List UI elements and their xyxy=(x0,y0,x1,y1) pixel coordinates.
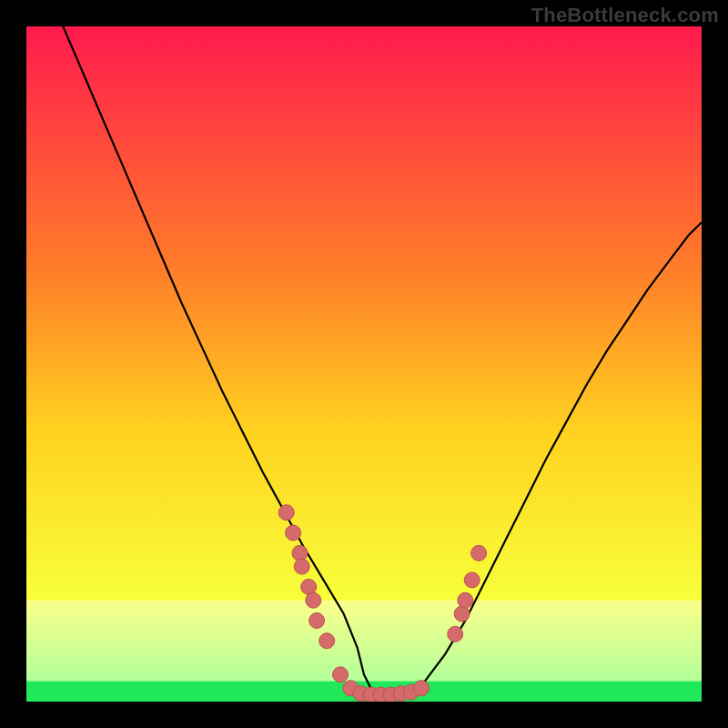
data-marker xyxy=(319,633,335,649)
watermark-text: TheBottleneck.com xyxy=(531,4,719,27)
data-marker xyxy=(414,681,430,696)
data-marker xyxy=(448,626,463,642)
data-marker xyxy=(454,606,470,622)
data-marker xyxy=(294,559,309,574)
bottleneck-chart xyxy=(26,26,702,702)
data-marker xyxy=(464,572,480,588)
data-marker xyxy=(278,505,294,521)
data-marker xyxy=(306,592,321,608)
data-marker xyxy=(309,613,325,629)
data-marker xyxy=(458,592,473,608)
pale-yellow-band xyxy=(26,601,702,682)
data-marker xyxy=(333,667,349,682)
data-marker xyxy=(286,525,301,541)
chart-frame xyxy=(26,26,702,702)
data-marker xyxy=(292,545,308,561)
data-marker xyxy=(471,545,487,561)
